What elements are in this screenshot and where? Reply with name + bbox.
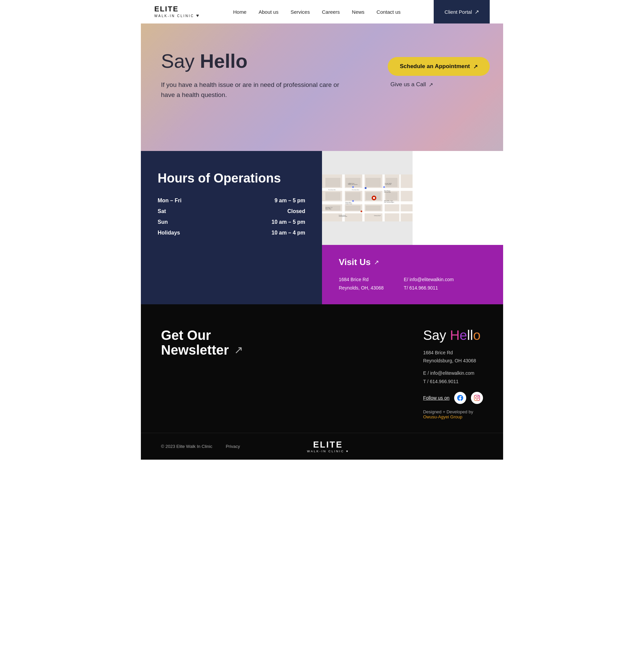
visit-us-panel: Visit Us ↗ 1684 Brice Rd Reynolds, OH, 4… [322, 245, 503, 304]
visit-us-header: Visit Us ↗ [339, 257, 486, 267]
hero-right: Schedule an Appointment ↗ Give us a Call… [388, 57, 490, 88]
svg-rect-6 [382, 175, 385, 221]
svg-text:Century City N: Century City N [374, 215, 381, 216]
svg-text:Learning Academy: Learning Academy [339, 216, 347, 217]
map-visit-column: Roselawn Ave Roselawn Ave LaBelle Home H… [322, 151, 503, 304]
arrow-icon: ↗ [473, 63, 478, 70]
svg-text:District Office: District Office [325, 208, 331, 210]
logo-line2: WALK-IN CLINIC ♥ [154, 13, 200, 18]
client-portal-button[interactable]: Client Portal ↗ [434, 0, 490, 24]
say-hello-heading: Say Hello [423, 328, 483, 343]
visit-contact: E/ info@elitewalkin.com T/ 614.966.9011 [404, 276, 454, 292]
visit-us-title: Visit Us [339, 257, 371, 267]
copyright-text: © 2023 Elite Walk In Clinic [161, 444, 212, 449]
designed-by: Designed + Developed by Owusu-Agyei Grou… [423, 409, 483, 419]
svg-point-22 [373, 197, 375, 199]
give-us-call-link[interactable]: Give us a Call ↗ [388, 81, 433, 88]
svg-rect-2 [322, 201, 413, 204]
svg-point-27 [361, 211, 362, 212]
hero-section: Say Hello If you have a health issue or … [141, 24, 503, 151]
hours-day-sun: Sun [158, 219, 168, 225]
footer-say-hello: Say Hello 1684 Brice Rd Reynoldsburg, OH… [423, 328, 483, 419]
developer-link[interactable]: Owusu-Agyei Group [423, 414, 462, 419]
svg-rect-11 [386, 178, 398, 187]
hours-time-holidays: 10 am – 4 pm [272, 230, 306, 236]
svg-text:Service Center: Service Center [346, 203, 352, 205]
hours-day-sat: Sat [158, 208, 166, 214]
map-panel[interactable]: Roselawn Ave Roselawn Ave LaBelle Home H… [322, 151, 413, 245]
svg-point-26 [352, 200, 354, 202]
external-link-icon: ↗ [475, 9, 479, 15]
svg-text:Roselawn Ave: Roselawn Ave [352, 189, 359, 191]
visit-address: 1684 Brice Rd Reynolds, OH, 43068 [339, 276, 384, 292]
map-svg: Roselawn Ave Roselawn Ave LaBelle Home H… [322, 151, 413, 245]
newsletter-title: Get Our Newsletter ↗ [161, 328, 243, 357]
hello-o: o [473, 328, 480, 343]
svg-rect-18 [365, 206, 381, 211]
footer-logo: ELITE WALK-IN CLINIC ♥ [307, 440, 349, 453]
nav-home[interactable]: Home [233, 9, 246, 15]
arrow-icon: ↗ [234, 344, 243, 356]
arrow-icon: ↗ [429, 81, 433, 88]
svg-point-24 [352, 186, 354, 188]
logo-line1: ELITE [154, 5, 178, 13]
hours-row-sat: Sat Closed [158, 208, 305, 214]
hello-ll: ll [467, 328, 473, 343]
hours-title: Hours of Operations [158, 171, 305, 186]
svg-rect-7 [399, 175, 401, 221]
hours-day-monfri: Mon – Fri [158, 198, 181, 204]
hours-day-holidays: Holidays [158, 230, 180, 236]
hours-row-sun: Sun 10 am – 5 pm [158, 219, 305, 225]
footer-section: Get Our Newsletter ↗ Say Hello 1684 Bric… [141, 304, 503, 433]
svg-rect-13 [346, 192, 361, 200]
visit-info: 1684 Brice Rd Reynolds, OH, 43068 E/ inf… [339, 276, 486, 292]
info-section: Hours of Operations Mon – Fri 9 am – 5 p… [141, 151, 503, 304]
nav-services[interactable]: Services [291, 9, 310, 15]
external-link-icon: ↗ [374, 259, 379, 266]
svg-rect-9 [346, 178, 361, 187]
svg-rect-8 [325, 178, 340, 187]
follow-text: Follow us on [423, 395, 449, 401]
svg-rect-5 [362, 175, 364, 221]
logo: ELITE WALK-IN CLINIC ♥ [154, 5, 200, 18]
footer-logo-text: ELITE [307, 440, 349, 450]
instagram-icon[interactable] [471, 392, 483, 404]
hero-left: Say Hello If you have a health issue or … [161, 50, 342, 100]
hero-subtitle: If you have a health issue or are in nee… [161, 80, 342, 100]
hours-time-monfri: 9 am – 5 pm [274, 198, 305, 204]
hours-row-holidays: Holidays 10 am – 4 pm [158, 230, 305, 236]
svg-text:Care Services: Care Services [385, 184, 391, 185]
hero-title: Say Hello [161, 50, 342, 72]
hello-h: H [450, 328, 460, 343]
svg-text:Salon and Spa: Salon and Spa [384, 192, 391, 193]
privacy-link[interactable]: Privacy [226, 444, 240, 449]
svg-rect-10 [365, 178, 381, 187]
follow-us-row: Follow us on [423, 392, 483, 404]
hours-time-sat: Closed [287, 208, 305, 214]
hello-e: e [460, 328, 467, 343]
facebook-icon[interactable] [454, 392, 466, 404]
nav-careers[interactable]: Careers [322, 9, 340, 15]
nav-contact[interactable]: Contact us [377, 9, 401, 15]
svg-rect-12 [325, 192, 340, 200]
svg-text:Farm Insurance Agent: Farm Insurance Agent [384, 202, 394, 203]
hours-panel: Hours of Operations Mon – Fri 9 am – 5 p… [141, 151, 322, 304]
schedule-appointment-button[interactable]: Schedule an Appointment ↗ [388, 57, 490, 76]
footer-bar: © 2023 Elite Walk In Clinic Privacy ELIT… [141, 433, 503, 460]
footer-contact: E / info@elitewalkin.com T / 614.966.901… [423, 369, 483, 386]
svg-rect-23 [365, 187, 366, 189]
footer-logo-sub: WALK-IN CLINIC ♥ [307, 450, 349, 453]
nav-about[interactable]: About us [259, 9, 279, 15]
hours-row-monfri: Mon – Fri 9 am – 5 pm [158, 198, 305, 204]
svg-text:Roselawn Ave: Roselawn Ave [329, 189, 336, 191]
heart-icon: ♥ [196, 13, 200, 18]
nav-news[interactable]: News [352, 9, 364, 15]
header: ELITE WALK-IN CLINIC ♥ Home About us Ser… [141, 0, 503, 24]
svg-point-25 [383, 186, 385, 188]
logo-text: ELITE WALK-IN CLINIC ♥ [154, 5, 200, 18]
svg-rect-4 [342, 175, 345, 221]
hours-time-sun: 10 am – 5 pm [272, 219, 306, 225]
svg-rect-3 [322, 211, 413, 213]
footer-address: 1684 Brice Rd Reynoldsburg, OH 43068 [423, 349, 483, 365]
newsletter-area: Get Our Newsletter ↗ [161, 328, 243, 357]
